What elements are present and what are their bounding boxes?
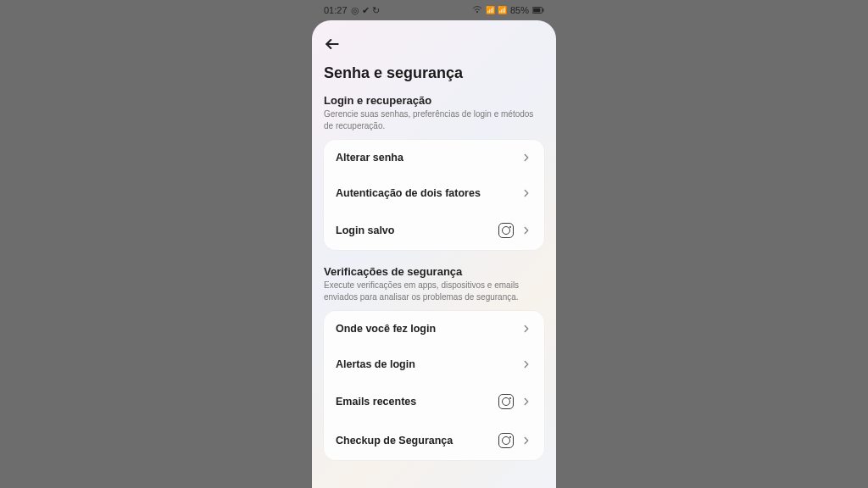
battery-text: 85% [510,6,529,15]
chevron-right-icon [520,358,532,370]
settings-screen: Senha e segurança Login e recuperação Ge… [312,20,556,488]
row-label: Onde você fez login [336,323,514,335]
card-security-checks: Onde você fez login Alertas de login Ema… [324,311,544,460]
section-login-recovery-head: Login e recuperação Gerencie suas senhas… [324,94,544,131]
row-label: Autenticação de dois fatores [336,187,514,199]
section-title: Verificações de segurança [324,265,544,278]
row-label: Checkup de Segurança [336,435,492,446]
chevron-right-icon [520,323,532,335]
row-where-logged-in[interactable]: Onde você fez login [324,311,544,347]
signal-icon: 📶 📶 [486,7,507,14]
row-login-alerts[interactable]: Alertas de login [324,347,544,382]
chevron-right-icon [520,152,532,164]
wifi-icon [472,5,482,15]
row-two-factor[interactable]: Autenticação de dois fatores [324,175,544,211]
card-login-recovery: Alterar senha Autenticação de dois fator… [324,140,544,250]
phone-frame: 01:27 ◎ ✔ ↻ 📶 📶 85% [312,0,556,488]
instagram-icon [498,394,514,409]
arrow-left-icon [324,36,341,53]
section-title: Login e recuperação [324,94,544,107]
row-label: Login salvo [336,225,492,236]
back-button[interactable] [324,32,348,56]
svg-rect-3 [542,8,543,12]
row-security-checkup[interactable]: Checkup de Segurança [324,421,544,460]
chevron-right-icon [520,435,532,446]
chevron-right-icon [520,187,532,199]
svg-rect-2 [533,8,540,12]
status-bar: 01:27 ◎ ✔ ↻ 📶 📶 85% [312,0,556,20]
chevron-right-icon [520,225,532,236]
row-recent-emails[interactable]: Emails recentes [324,382,544,421]
chevron-right-icon [520,396,532,408]
row-label: Alterar senha [336,152,514,164]
status-time: 01:27 [324,6,348,15]
instagram-icon [498,223,514,238]
row-change-password[interactable]: Alterar senha [324,140,544,175]
page-title: Senha e segurança [324,64,544,82]
section-security-checks-head: Verificações de segurança Execute verifi… [324,265,544,302]
svg-point-0 [477,11,479,13]
instagram-icon [498,433,514,448]
section-desc: Execute verificações em apps, dispositiv… [324,280,544,302]
row-saved-login[interactable]: Login salvo [324,211,544,250]
status-left-icons: ◎ ✔ ↻ [351,6,380,15]
battery-icon [532,6,544,15]
section-desc: Gerencie suas senhas, preferências de lo… [324,108,544,131]
row-label: Emails recentes [336,396,492,408]
row-label: Alertas de login [336,358,514,370]
